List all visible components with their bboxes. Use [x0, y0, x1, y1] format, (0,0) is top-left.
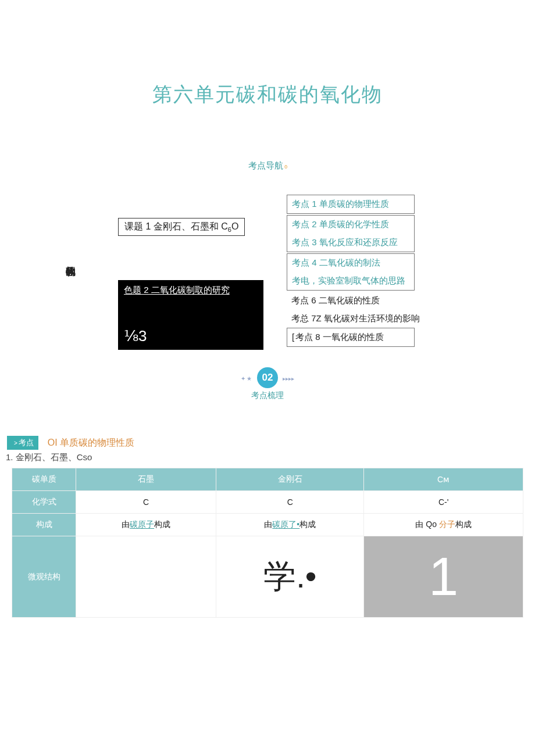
th-3: Cᴍ	[364, 468, 523, 491]
unit-title: 第六单元碳和碳的氧化物	[12, 81, 523, 108]
outline-diagram: 碳和碳的氧化物 课题 1 金刚石、石墨和 C6O 色题 2 二氧化碳制取的研究 …	[12, 195, 523, 350]
nav-heading: 考点导航₀	[12, 160, 523, 171]
chevron-right-icon: >	[14, 440, 17, 446]
topic-1-box: 课题 1 金刚石、石墨和 C6O	[118, 218, 245, 236]
deco-right-icon: ▸▸▸▸	[283, 375, 294, 382]
cell-build-2b: 构成	[299, 519, 316, 529]
cell-formula-2: C	[216, 491, 364, 514]
keypoint-4: 考点 4 二氧化碳的制法	[287, 253, 414, 272]
th-1: 石墨	[76, 468, 216, 491]
keypoint-6: 考点 6 二氧化碳的性质	[287, 292, 425, 310]
cell-build-2: 由碳原了•构成	[216, 514, 364, 536]
row-label-struct: 微观结构	[12, 536, 76, 618]
section-02-heading: ✦ ★ 02 ▸▸▸▸ 考点梳理	[12, 367, 523, 401]
cell-build-3a: 由 Qo	[415, 519, 438, 529]
topic-2-fraction: ⅟₈3	[124, 327, 147, 345]
cell-build-2a: 由	[264, 519, 272, 529]
topic-1-suffix: O	[231, 221, 238, 231]
topic-2-title: 色题 2 二氧化碳制取的研究	[124, 285, 258, 296]
cell-build-1: 由碳原子构成	[76, 514, 216, 536]
cell-build-1a: 由	[122, 519, 130, 529]
cell-formula-3: C-'	[364, 491, 523, 514]
nav-heading-text: 考点导航	[248, 160, 283, 170]
table-head-row: 碳单质 石墨 金刚石 Cᴍ	[12, 468, 523, 491]
keypoint-5: 考电，实验室制取气体的思路	[287, 272, 414, 290]
keypoint-group-2: 考点 2 单质碳的化学性质 考点 3 氧化反应和还原反应	[287, 215, 415, 252]
cell-build-3b: 构成	[455, 519, 472, 529]
cell-formula-1: C	[76, 491, 216, 514]
nav-heading-mark: ₀	[284, 162, 287, 170]
bracket-icon: [	[292, 332, 294, 343]
table-row-build: 构成 由碳原子构成 由碳原了•构成 由 Qo 分子构成	[12, 514, 523, 536]
topic-1-prefix: 课题 1 金刚石、石墨和 C	[124, 221, 228, 231]
topics-column: 课题 1 金刚石、石墨和 C6O 色题 2 二氧化碳制取的研究 ⅟₈3	[118, 195, 263, 350]
page: 第六单元碳和碳的氧化物 考点导航₀ 碳和碳的氧化物 课题 1 金刚石、石墨和 C…	[0, 0, 535, 653]
row-label-build: 构成	[12, 514, 76, 536]
table-row-formula: 化学式 C C C-'	[12, 491, 523, 514]
keypoints-column: 考点 1 单质碳的物理性质 考点 2 单质碳的化学性质 考点 3 氧化反应和还原…	[287, 195, 425, 348]
cell-build-3-org: 分子	[439, 519, 455, 529]
th-2: 金刚石	[216, 468, 364, 491]
keypoint-2: 考点 2 单质碳的化学性质	[287, 215, 414, 234]
keypoint-8-row: [ 考点 8 一氧化碳的性质	[287, 328, 414, 346]
keypoint-group-4: [ 考点 8 一氧化碳的性质	[287, 328, 415, 347]
deco-left-icon: ✦ ★	[241, 375, 252, 382]
keypoint-group-3: 考点 4 二氧化碳的制法 考电，实验室制取气体的思路	[287, 253, 415, 291]
keypoint-1: 考点 1 单质碳的物理性质	[287, 195, 414, 213]
keypoint-7: 考总 7Z 氧化碳对生活环境的影响	[287, 310, 425, 328]
topic-tag-text: 考点	[19, 438, 34, 447]
cell-build-1-link: 碳原子	[130, 519, 154, 529]
section-02-icon: ✦ ★ 02 ▸▸▸▸	[238, 367, 297, 388]
keypoint-8: 考点 8 一氧化碳的性质	[295, 332, 384, 343]
cell-build-2-link: 碳原了•	[272, 519, 299, 529]
keypoint-3: 考点 3 氧化反应和还原反应	[287, 234, 414, 252]
table-row-struct: 微观结构 学.• 1	[12, 536, 523, 618]
th-0: 碳单质	[12, 468, 76, 491]
section-number-badge: 02	[257, 367, 278, 388]
keypoint-group-1: 考点 1 单质碳的物理性质	[287, 195, 415, 214]
cell-struct-3: 1	[364, 536, 523, 618]
carbon-table: 碳单质 石墨 金刚石 Cᴍ 化学式 C C C-' 构成 由碳原子构成 由碳原了…	[12, 468, 523, 618]
topic-2-block: 色题 2 二氧化碳制取的研究 ⅟₈3	[118, 280, 263, 350]
topic-tag: >考点	[7, 436, 38, 450]
topic-heading-row: >考点 OI 单质碳的物理性质	[7, 436, 523, 450]
topic-subline: 1. 金刚石、石墨、Cso	[6, 452, 523, 463]
cell-build-1b: 构成	[154, 519, 170, 529]
row-label-formula: 化学式	[12, 491, 76, 514]
section-02-label: 考点梳理	[12, 390, 523, 401]
cell-build-3: 由 Qo 分子构成	[364, 514, 523, 536]
topic-title: OI 单质碳的物理性质	[48, 437, 134, 449]
cell-struct-2: 学.•	[216, 536, 364, 618]
cell-struct-1	[76, 536, 216, 618]
